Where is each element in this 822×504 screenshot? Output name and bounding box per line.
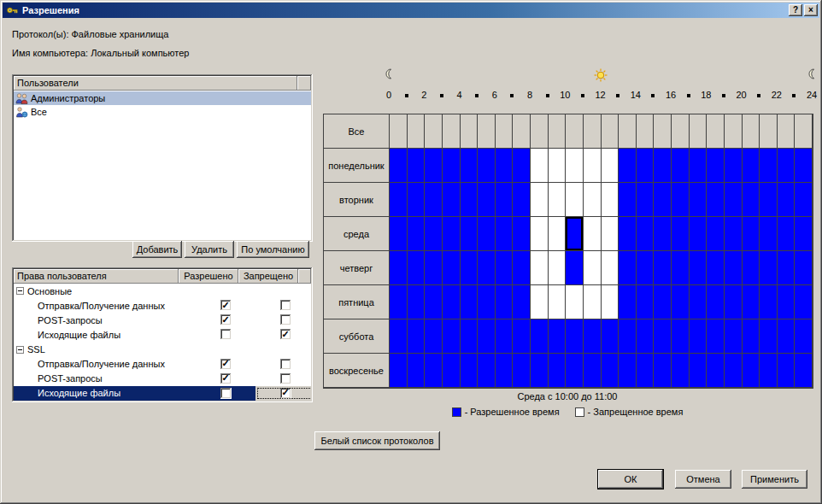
schedule-cell[interactable]	[619, 354, 637, 388]
schedule-cell[interactable]	[707, 319, 725, 354]
schedule-cell[interactable]	[602, 149, 619, 183]
schedule-cell[interactable]	[725, 114, 743, 149]
schedule-cell[interactable]	[690, 251, 708, 285]
schedule-cell[interactable]	[390, 319, 408, 354]
schedule-cell[interactable]	[531, 114, 549, 149]
schedule-row-label[interactable]: воскресенье	[324, 354, 390, 388]
schedule-cell[interactable]	[725, 251, 743, 285]
schedule-cell[interactable]	[795, 319, 813, 354]
schedule-cell[interactable]	[584, 114, 602, 149]
cancel-button[interactable]: Отмена	[675, 470, 731, 489]
schedule-cell[interactable]	[654, 217, 672, 251]
schedule-cell[interactable]	[637, 354, 655, 388]
schedule-cell[interactable]	[690, 183, 708, 217]
collapse-toggle-icon[interactable]	[16, 287, 24, 295]
allowed-checkbox[interactable]	[220, 373, 232, 384]
schedule-cell[interactable]	[637, 251, 655, 285]
denied-checkbox[interactable]	[280, 314, 291, 325]
close-button[interactable]: ×	[804, 4, 818, 16]
schedule-cell[interactable]	[478, 319, 496, 354]
rights-row[interactable]: Отправка/Получение данных	[14, 357, 311, 372]
schedule-cell[interactable]	[513, 285, 531, 319]
schedule-cell[interactable]	[549, 217, 567, 251]
schedule-cell[interactable]	[778, 354, 796, 388]
schedule-cell[interactable]	[425, 149, 443, 183]
ok-button[interactable]: ОК	[598, 470, 663, 489]
schedule-cell[interactable]	[513, 183, 531, 217]
schedule-cell[interactable]	[584, 183, 602, 217]
schedule-cell[interactable]	[390, 251, 408, 285]
schedule-cell[interactable]	[725, 319, 743, 354]
schedule-cell[interactable]	[425, 319, 443, 354]
schedule-cell[interactable]	[725, 149, 743, 183]
schedule-cell[interactable]	[795, 183, 813, 217]
schedule-cell[interactable]	[795, 217, 813, 251]
schedule-cell[interactable]	[690, 114, 708, 149]
schedule-cell[interactable]	[637, 285, 655, 319]
schedule-cell[interactable]	[743, 354, 760, 388]
schedule-cell[interactable]	[461, 285, 479, 319]
allowed-cell[interactable]	[196, 386, 255, 401]
denied-checkbox[interactable]	[280, 329, 291, 340]
schedule-cell[interactable]	[672, 149, 690, 183]
schedule-cell[interactable]	[443, 183, 461, 217]
schedule-cell[interactable]	[496, 319, 514, 354]
schedule-cell[interactable]	[619, 114, 637, 149]
schedule-cell[interactable]	[513, 217, 531, 251]
schedule-cell[interactable]	[707, 354, 725, 388]
schedule-cell[interactable]	[654, 354, 672, 388]
schedule-cell[interactable]	[496, 217, 514, 251]
schedule-cell[interactable]	[425, 217, 443, 251]
rights-column-header-denied[interactable]: Запрещено	[238, 269, 298, 284]
schedule-cell[interactable]	[531, 354, 549, 388]
schedule-cell[interactable]	[690, 149, 708, 183]
rights-row[interactable]: POST-запросы	[14, 313, 311, 327]
schedule-cell[interactable]	[390, 149, 408, 183]
schedule-cell[interactable]	[743, 251, 760, 285]
schedule-cell[interactable]	[443, 319, 461, 354]
schedule-cell[interactable]	[795, 149, 813, 183]
schedule-cell[interactable]	[566, 354, 584, 388]
schedule-cell[interactable]	[566, 217, 584, 251]
schedule-cell[interactable]	[672, 114, 690, 149]
schedule-cell[interactable]	[760, 217, 778, 251]
schedule-cell[interactable]	[496, 285, 514, 319]
schedule-cell[interactable]	[619, 149, 637, 183]
schedule-cell[interactable]	[760, 319, 778, 354]
schedule-cell[interactable]	[707, 285, 725, 319]
schedule-cell[interactable]	[707, 149, 725, 183]
rights-row[interactable]: Исходящие файлы	[14, 386, 311, 401]
schedule-cell[interactable]	[584, 319, 602, 354]
allowed-cell[interactable]	[196, 327, 255, 342]
schedule-cell[interactable]	[778, 251, 796, 285]
schedule-cell[interactable]	[760, 183, 778, 217]
schedule-cell[interactable]	[795, 354, 813, 388]
rights-row[interactable]: Исходящие файлы	[14, 327, 311, 342]
schedule-cell[interactable]	[602, 114, 619, 149]
schedule-cell[interactable]	[654, 183, 672, 217]
schedule-cell[interactable]	[390, 183, 408, 217]
schedule-cell[interactable]	[760, 114, 778, 149]
schedule-cell[interactable]	[425, 354, 443, 388]
denied-cell[interactable]	[255, 372, 311, 386]
schedule-cell[interactable]	[743, 217, 760, 251]
schedule-cell[interactable]	[707, 183, 725, 217]
schedule-cell[interactable]	[619, 217, 637, 251]
user-item[interactable]: Все	[14, 105, 311, 119]
schedule-cell[interactable]	[478, 354, 496, 388]
denied-checkbox[interactable]	[280, 359, 291, 370]
schedule-cell[interactable]	[408, 217, 426, 251]
schedule-cell[interactable]	[672, 285, 690, 319]
schedule-row-label[interactable]: суббота	[324, 319, 390, 354]
schedule-cell[interactable]	[637, 183, 655, 217]
schedule-cell[interactable]	[478, 149, 496, 183]
schedule-cell[interactable]	[707, 251, 725, 285]
schedule-cell[interactable]	[654, 149, 672, 183]
schedule-cell[interactable]	[408, 149, 426, 183]
schedule-cell[interactable]	[549, 149, 567, 183]
titlebar[interactable]: Разрешения ? ×	[3, 3, 819, 18]
schedule-cell[interactable]	[408, 285, 426, 319]
schedule-cell[interactable]	[584, 285, 602, 319]
schedule-cell[interactable]	[690, 354, 708, 388]
schedule-cell[interactable]	[478, 217, 496, 251]
